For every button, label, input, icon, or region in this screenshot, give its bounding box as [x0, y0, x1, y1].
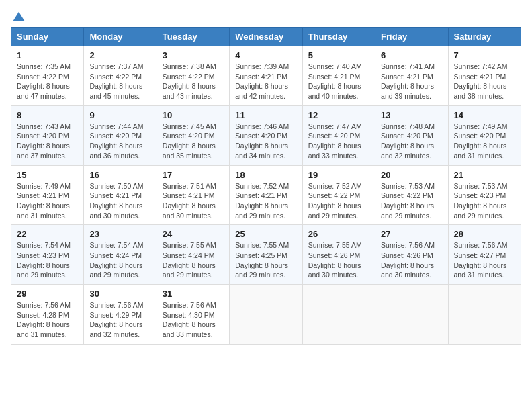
daylight-label: Daylight: 8 hours and 47 minutes.	[17, 82, 70, 100]
daylight-label: Daylight: 8 hours and 31 minutes.	[454, 261, 507, 279]
sunset-label: Sunset: 4:22 PM	[17, 73, 69, 81]
daylight-label: Daylight: 8 hours and 31 minutes.	[17, 201, 70, 220]
sunrise-label: Sunrise: 7:55 AM	[235, 241, 289, 249]
day-info: Sunrise: 7:35 AM Sunset: 4:22 PM Dayligh…	[17, 62, 78, 101]
sunrise-label: Sunrise: 7:50 AM	[89, 182, 143, 190]
sunset-label: Sunset: 4:20 PM	[235, 132, 287, 140]
sunset-label: Sunset: 4:21 PM	[89, 191, 142, 199]
daylight-label: Daylight: 8 hours and 33 minutes.	[163, 320, 216, 338]
day-info: Sunrise: 7:47 AM Sunset: 4:20 PM Dayligh…	[308, 122, 369, 161]
calendar-day-cell: 24 Sunrise: 7:55 AM Sunset: 4:24 PM Dayl…	[157, 225, 229, 285]
day-number: 3	[163, 50, 224, 60]
sunset-label: Sunset: 4:22 PM	[308, 191, 361, 199]
logo-icon	[12, 11, 26, 24]
calendar-day-cell: 27 Sunrise: 7:56 AM Sunset: 4:26 PM Dayl…	[375, 225, 448, 285]
sunset-label: Sunset: 4:24 PM	[89, 251, 142, 259]
day-info: Sunrise: 7:52 AM Sunset: 4:22 PM Dayligh…	[308, 181, 369, 221]
sunrise-label: Sunrise: 7:56 AM	[381, 241, 435, 249]
calendar-day-cell: 7 Sunrise: 7:42 AM Sunset: 4:21 PM Dayli…	[448, 46, 521, 106]
calendar-day-cell: 30 Sunrise: 7:56 AM Sunset: 4:29 PM Dayl…	[84, 285, 157, 345]
day-of-week-header: Saturday	[448, 28, 521, 46]
daylight-label: Daylight: 8 hours and 30 minutes.	[308, 261, 361, 279]
day-info: Sunrise: 7:56 AM Sunset: 4:30 PM Dayligh…	[163, 300, 224, 340]
day-number: 11	[235, 110, 296, 120]
day-info: Sunrise: 7:37 AM Sunset: 4:22 PM Dayligh…	[89, 62, 150, 101]
daylight-label: Daylight: 8 hours and 31 minutes.	[17, 320, 70, 338]
sunrise-label: Sunrise: 7:51 AM	[163, 182, 216, 190]
calendar-day-cell	[230, 285, 302, 345]
day-of-week-header: Thursday	[302, 28, 375, 46]
sunrise-label: Sunrise: 7:55 AM	[163, 241, 216, 249]
day-info: Sunrise: 7:55 AM Sunset: 4:25 PM Dayligh…	[235, 240, 296, 280]
sunrise-label: Sunrise: 7:41 AM	[381, 62, 435, 71]
calendar-day-cell: 29 Sunrise: 7:56 AM Sunset: 4:28 PM Dayl…	[11, 285, 84, 345]
sunset-label: Sunset: 4:20 PM	[17, 132, 69, 140]
daylight-label: Daylight: 8 hours and 29 minutes.	[235, 261, 288, 279]
sunset-label: Sunset: 4:28 PM	[17, 311, 69, 319]
day-info: Sunrise: 7:50 AM Sunset: 4:21 PM Dayligh…	[89, 181, 150, 221]
header	[11, 11, 521, 23]
calendar-day-cell: 19 Sunrise: 7:52 AM Sunset: 4:22 PM Dayl…	[302, 165, 375, 225]
sunset-label: Sunset: 4:21 PM	[454, 73, 506, 81]
calendar-day-cell: 1 Sunrise: 7:35 AM Sunset: 4:22 PM Dayli…	[11, 46, 84, 106]
daylight-label: Daylight: 8 hours and 35 minutes.	[163, 142, 216, 160]
sunset-label: Sunset: 4:21 PM	[235, 191, 287, 199]
day-number: 18	[235, 170, 296, 180]
daylight-label: Daylight: 8 hours and 42 minutes.	[235, 82, 288, 100]
sunset-label: Sunset: 4:26 PM	[308, 251, 361, 259]
day-of-week-header: Monday	[84, 28, 157, 46]
day-number: 9	[89, 110, 150, 120]
calendar-day-cell	[375, 285, 448, 345]
calendar-day-cell: 4 Sunrise: 7:39 AM Sunset: 4:21 PM Dayli…	[230, 46, 302, 106]
day-number: 4	[235, 50, 296, 60]
day-number: 27	[381, 229, 442, 239]
day-info: Sunrise: 7:56 AM Sunset: 4:29 PM Dayligh…	[89, 300, 150, 340]
day-number: 22	[17, 229, 78, 239]
day-info: Sunrise: 7:49 AM Sunset: 4:20 PM Dayligh…	[454, 122, 515, 161]
daylight-label: Daylight: 8 hours and 29 minutes.	[381, 201, 434, 220]
calendar-day-cell: 6 Sunrise: 7:41 AM Sunset: 4:21 PM Dayli…	[375, 46, 448, 106]
calendar-day-cell: 13 Sunrise: 7:48 AM Sunset: 4:20 PM Dayl…	[375, 105, 448, 165]
sunrise-label: Sunrise: 7:53 AM	[381, 182, 435, 190]
day-info: Sunrise: 7:42 AM Sunset: 4:21 PM Dayligh…	[454, 62, 515, 101]
sunset-label: Sunset: 4:21 PM	[235, 73, 287, 81]
calendar-day-cell: 8 Sunrise: 7:43 AM Sunset: 4:20 PM Dayli…	[11, 105, 84, 165]
sunrise-label: Sunrise: 7:46 AM	[235, 122, 289, 130]
daylight-label: Daylight: 8 hours and 38 minutes.	[454, 82, 507, 100]
daylight-label: Daylight: 8 hours and 30 minutes.	[381, 261, 434, 279]
sunrise-label: Sunrise: 7:54 AM	[17, 241, 71, 249]
day-number: 14	[454, 110, 515, 120]
day-info: Sunrise: 7:48 AM Sunset: 4:20 PM Dayligh…	[381, 122, 442, 161]
calendar-week-row: 22 Sunrise: 7:54 AM Sunset: 4:23 PM Dayl…	[11, 225, 521, 285]
day-info: Sunrise: 7:46 AM Sunset: 4:20 PM Dayligh…	[235, 122, 296, 161]
sunrise-label: Sunrise: 7:48 AM	[381, 122, 435, 130]
calendar-day-cell: 3 Sunrise: 7:38 AM Sunset: 4:22 PM Dayli…	[157, 46, 229, 106]
calendar-day-cell: 14 Sunrise: 7:49 AM Sunset: 4:20 PM Dayl…	[448, 105, 521, 165]
sunset-label: Sunset: 4:22 PM	[89, 73, 142, 81]
day-number: 31	[163, 289, 224, 299]
sunrise-label: Sunrise: 7:56 AM	[163, 301, 216, 309]
calendar-day-cell: 21 Sunrise: 7:53 AM Sunset: 4:23 PM Dayl…	[448, 165, 521, 225]
day-info: Sunrise: 7:54 AM Sunset: 4:23 PM Dayligh…	[17, 240, 78, 280]
day-number: 25	[235, 229, 296, 239]
calendar-day-cell: 18 Sunrise: 7:52 AM Sunset: 4:21 PM Dayl…	[230, 165, 302, 225]
calendar-day-cell: 28 Sunrise: 7:56 AM Sunset: 4:27 PM Dayl…	[448, 225, 521, 285]
day-info: Sunrise: 7:38 AM Sunset: 4:22 PM Dayligh…	[163, 62, 224, 101]
calendar-day-cell: 26 Sunrise: 7:55 AM Sunset: 4:26 PM Dayl…	[302, 225, 375, 285]
sunset-label: Sunset: 4:23 PM	[454, 191, 506, 199]
day-info: Sunrise: 7:43 AM Sunset: 4:20 PM Dayligh…	[17, 122, 78, 161]
day-info: Sunrise: 7:56 AM Sunset: 4:28 PM Dayligh…	[17, 300, 78, 340]
daylight-label: Daylight: 8 hours and 29 minutes.	[89, 261, 142, 279]
daylight-label: Daylight: 8 hours and 34 minutes.	[235, 142, 288, 160]
day-info: Sunrise: 7:55 AM Sunset: 4:26 PM Dayligh…	[308, 240, 369, 280]
daylight-label: Daylight: 8 hours and 29 minutes.	[454, 201, 507, 220]
sunrise-label: Sunrise: 7:56 AM	[17, 301, 71, 309]
sunset-label: Sunset: 4:21 PM	[381, 73, 433, 81]
calendar-week-row: 8 Sunrise: 7:43 AM Sunset: 4:20 PM Dayli…	[11, 105, 521, 165]
day-number: 26	[308, 229, 369, 239]
calendar-day-cell: 20 Sunrise: 7:53 AM Sunset: 4:22 PM Dayl…	[375, 165, 448, 225]
sunset-label: Sunset: 4:22 PM	[163, 73, 215, 81]
daylight-label: Daylight: 8 hours and 36 minutes.	[89, 142, 142, 160]
day-number: 12	[308, 110, 369, 120]
day-number: 1	[17, 50, 78, 60]
